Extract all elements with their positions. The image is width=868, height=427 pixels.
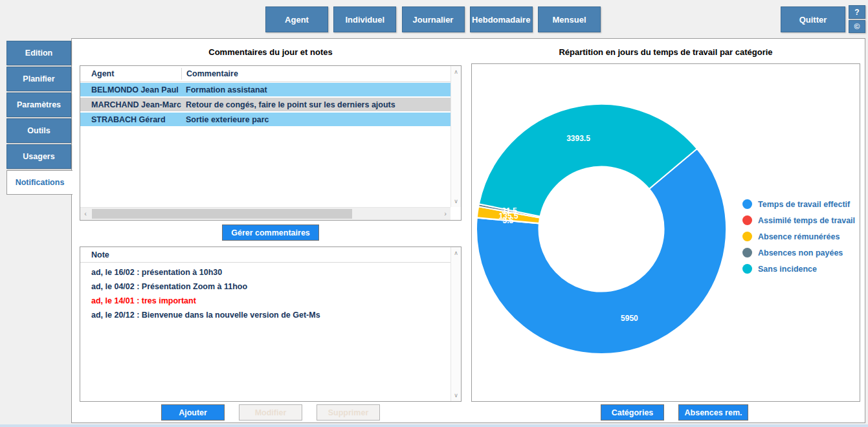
scroll-left-icon[interactable]: ‹: [80, 208, 91, 220]
comments-table: Agent Commentaire BELMONDO Jean PaulForm…: [80, 65, 462, 221]
copyright-button[interactable]: ©: [849, 20, 865, 33]
main-panel: Commentaires du jour et notes Agent Comm…: [71, 38, 865, 423]
legend-dot-icon: [742, 215, 752, 225]
agent-cell: MARCHAND Jean-Marc: [80, 100, 181, 109]
sidebar-item-parametres[interactable]: Paramètres: [6, 93, 71, 117]
comment-cell: Retour de congés, faire le point sur les…: [181, 100, 451, 109]
legend-item: Assimilé temps de travail: [742, 212, 855, 228]
sidebar-item-edition[interactable]: Edition: [6, 41, 71, 65]
edit-note-button[interactable]: Modifier: [239, 404, 302, 421]
comments-section-title: Commentaires du jour et notes: [80, 47, 462, 57]
agent-cell: BELMONDO Jean Paul: [80, 85, 181, 94]
chart-title: Répartition en jours du temps de travail…: [471, 47, 860, 57]
window-bottom-edge: [0, 424, 868, 427]
slice-value-label: 3393.5: [566, 134, 590, 143]
legend-label: Absence rémunérées: [758, 232, 840, 241]
slice-value-label: 5950: [621, 314, 638, 323]
absences-rem-button[interactable]: Absences rem.: [678, 404, 748, 421]
legend-item: Absences non payées: [742, 245, 855, 261]
comment-cell: Formation assistanat: [181, 85, 451, 94]
sidebar-item-notifications[interactable]: Notifications: [6, 170, 72, 195]
legend-dot-icon: [742, 264, 752, 274]
view-button-journalier[interactable]: Journalier: [402, 6, 465, 32]
legend-item: Absence rémunérées: [742, 228, 855, 245]
scroll-down-icon[interactable]: ∨: [451, 391, 461, 400]
legend-dot-icon: [742, 199, 752, 209]
note-item[interactable]: ad, le 04/02 : Présentation Zoom à 11hoo: [80, 279, 451, 294]
legend-label: Absences non payées: [758, 248, 843, 257]
comments-table-header: Agent Commentaire: [80, 66, 451, 82]
table-row[interactable]: BELMONDO Jean PaulFormation assistanat: [80, 83, 451, 96]
legend-item: Sans incidence: [742, 261, 855, 277]
scroll-up-icon[interactable]: ∧: [451, 67, 461, 76]
scroll-down-icon[interactable]: ∨: [451, 197, 461, 206]
quit-button[interactable]: Quitter: [781, 6, 845, 32]
notes-header: Note: [80, 247, 451, 263]
column-header-commentaire: Commentaire: [181, 68, 451, 80]
horizontal-scroll-thumb[interactable]: [92, 209, 352, 219]
column-header-agent: Agent: [80, 69, 181, 78]
table-row[interactable]: STRABACH GérardSortie exterieure parc: [80, 113, 451, 126]
legend-item: Temps de travail effectif: [742, 196, 855, 212]
notes-panel: Note ad, le 16/02 : présentation à 10h30…: [80, 246, 462, 402]
scroll-right-icon[interactable]: ›: [440, 208, 451, 220]
view-button-hebdomadaire[interactable]: Hebdomadaire: [470, 6, 533, 32]
chart-legend: Temps de travail effectifAssimilé temps …: [742, 196, 855, 277]
sidebar-item-outils[interactable]: Outils: [6, 118, 71, 143]
note-item[interactable]: ad, le 16/02 : présentation à 10h30: [80, 265, 451, 279]
view-button-individuel[interactable]: Individuel: [333, 6, 396, 32]
help-button[interactable]: ?: [849, 5, 865, 19]
legend-label: Sans incidence: [758, 265, 817, 274]
legend-dot-icon: [742, 248, 752, 257]
legend-label: Assimilé temps de travail: [758, 216, 855, 225]
notes-vertical-scrollbar[interactable]: ∧ ∨: [451, 247, 461, 401]
view-button-agent[interactable]: Agent: [265, 6, 328, 32]
chart-panel: 59503.5135.531.53393.5 Temps de travail …: [471, 63, 860, 402]
agent-cell: STRABACH Gérard: [80, 115, 181, 124]
categories-button[interactable]: Catégories: [601, 404, 664, 421]
add-note-button[interactable]: Ajouter: [161, 404, 225, 421]
sidebar-item-usagers[interactable]: Usagers: [6, 144, 71, 169]
note-item[interactable]: ad, le 20/12 : Bienvenue dans la nouvell…: [80, 308, 451, 322]
comments-vertical-scrollbar[interactable]: ∧ ∨: [451, 66, 461, 207]
legend-dot-icon: [742, 232, 752, 241]
sidebar-item-planifier[interactable]: Planifier: [6, 67, 71, 91]
legend-label: Temps de travail effectif: [758, 200, 850, 209]
table-row[interactable]: MARCHAND Jean-MarcRetour de congés, fair…: [80, 98, 451, 111]
scroll-up-icon[interactable]: ∧: [451, 248, 461, 257]
note-item[interactable]: ad, le 14/01 : tres important: [80, 294, 451, 308]
comments-horizontal-scrollbar[interactable]: ‹ ›: [80, 207, 451, 220]
slice-value-label: 31.5: [502, 206, 517, 215]
view-button-mensuel[interactable]: Mensuel: [538, 6, 601, 32]
manage-comments-button[interactable]: Gérer commentaires: [222, 224, 319, 241]
delete-note-button[interactable]: Supprimer: [317, 404, 380, 421]
comment-cell: Sortie exterieure parc: [181, 115, 451, 124]
